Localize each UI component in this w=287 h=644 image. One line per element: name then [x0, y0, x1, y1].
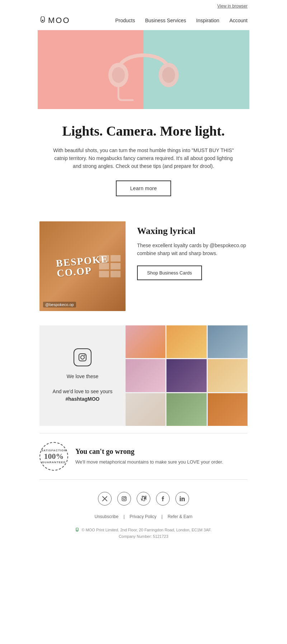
guarantee-title: You can't go wrong	[75, 447, 223, 456]
svg-point-0	[42, 20, 43, 21]
svg-point-2	[112, 67, 125, 83]
hero-title: Lights. Camera. More light.	[50, 123, 237, 139]
instagram-post-8[interactable]	[166, 393, 206, 426]
svg-point-13	[77, 530, 77, 531]
instagram-grid	[126, 325, 248, 426]
instagram-post-3[interactable]	[208, 325, 248, 358]
instagram-post-9[interactable]	[208, 393, 248, 426]
instagram-left-panel: We love these And we'd love to see yours…	[39, 325, 126, 426]
waxing-description: These excellent loyalty cards by @bespok…	[137, 241, 248, 258]
nav-products[interactable]: Products	[115, 18, 135, 23]
guarantee-section: SATISFACTION 100% GUARANTEED You can't g…	[39, 433, 248, 479]
svg-point-4	[162, 67, 175, 83]
instagram-post-1[interactable]	[126, 325, 165, 358]
footer-address-line2: Company Number: 5121723	[119, 534, 168, 539]
bespoke-card-visual: BESPOKECO.OP	[39, 221, 126, 311]
shop-business-cards-button[interactable]: Shop Business Cards	[137, 265, 202, 280]
instagram-social-icon[interactable]	[117, 492, 131, 506]
footer-links: Unsubscribe | Privacy Policy | Refer & E…	[0, 514, 287, 528]
top-bar: View in browser	[0, 0, 287, 11]
facebook-icon[interactable]	[156, 492, 170, 506]
instagram-icon	[74, 348, 91, 366]
logo[interactable]: MOO	[39, 16, 70, 25]
svg-rect-11	[180, 498, 181, 501]
guarantee-section-wrapper: SATISFACTION 100% GUARANTEED You can't g…	[39, 433, 248, 480]
hero-text-section: Lights. Camera. More light. With beautif…	[0, 109, 287, 207]
nav-account[interactable]: Account	[229, 18, 248, 23]
unsubscribe-link[interactable]: Unsubscribe	[94, 514, 118, 519]
social-section	[0, 480, 287, 514]
hero-description: With beautiful shots, you can turn the m…	[50, 146, 237, 170]
pinterest-icon[interactable]	[137, 492, 150, 506]
image-caption: @bespokeco.op	[43, 302, 76, 307]
instagram-hashtag: #hashtagMOO	[53, 395, 113, 403]
svg-point-6	[81, 356, 84, 359]
instagram-post-7[interactable]	[126, 393, 165, 426]
satisfaction-badge: SATISFACTION 100% GUARANTEED	[39, 442, 68, 471]
svg-point-9	[123, 498, 125, 500]
instagram-section: We love these And we'd love to see yours…	[39, 325, 248, 426]
waxing-content: Waxing lyrical These excellent loyalty c…	[137, 221, 248, 280]
twitter-icon[interactable]	[98, 492, 112, 506]
svg-point-10	[125, 497, 126, 498]
footer-address-line1: © MOO Print Limited. 2nd Floor, 20 Farri…	[81, 528, 211, 532]
instagram-post-2[interactable]	[166, 325, 206, 358]
moo-footer-icon	[75, 528, 79, 533]
guarantee-content: You can't go wrong We'll move metaphoric…	[75, 447, 223, 466]
svg-point-12	[180, 496, 181, 497]
headphones-icon	[104, 36, 183, 104]
svg-point-7	[84, 354, 85, 356]
linkedin-icon[interactable]	[175, 492, 189, 506]
guarantee-description: We'll move metaphorical mountains to mak…	[75, 459, 223, 466]
navigation: MOO Products Business Services Inspirati…	[0, 11, 287, 30]
privacy-policy-link[interactable]: Privacy Policy	[130, 514, 156, 519]
moo-logo-icon	[39, 17, 46, 24]
footer-address: © MOO Print Limited. 2nd Floor, 20 Farri…	[0, 528, 287, 549]
instagram-section-wrapper: We love these And we'd love to see yours…	[39, 325, 248, 426]
instagram-post-6[interactable]	[208, 359, 248, 392]
view-in-browser-link[interactable]: View in browser	[217, 4, 248, 9]
instagram-we-love: We love these	[53, 373, 113, 380]
nav-links: Products Business Services Inspiration A…	[115, 18, 248, 23]
waxing-title: Waxing lyrical	[137, 226, 248, 236]
hero-split-background	[38, 30, 249, 109]
headphones-overlay	[38, 30, 249, 109]
instagram-and-wed-love: And we'd love to see yours	[53, 388, 113, 395]
learn-more-button[interactable]: Learn more	[116, 180, 171, 196]
hero-image-container	[38, 30, 249, 109]
waxing-section: BESPOKECO.OP @bespokeco.op Waxing lyrica…	[0, 211, 287, 322]
instagram-post-4[interactable]	[126, 359, 165, 392]
refer-earn-link[interactable]: Refer & Earn	[168, 514, 192, 519]
nav-business-services[interactable]: Business Services	[145, 18, 186, 23]
instagram-post-5[interactable]	[166, 359, 206, 392]
bespoke-image: BESPOKECO.OP @bespokeco.op	[39, 221, 126, 311]
nav-inspiration[interactable]: Inspiration	[196, 18, 220, 23]
